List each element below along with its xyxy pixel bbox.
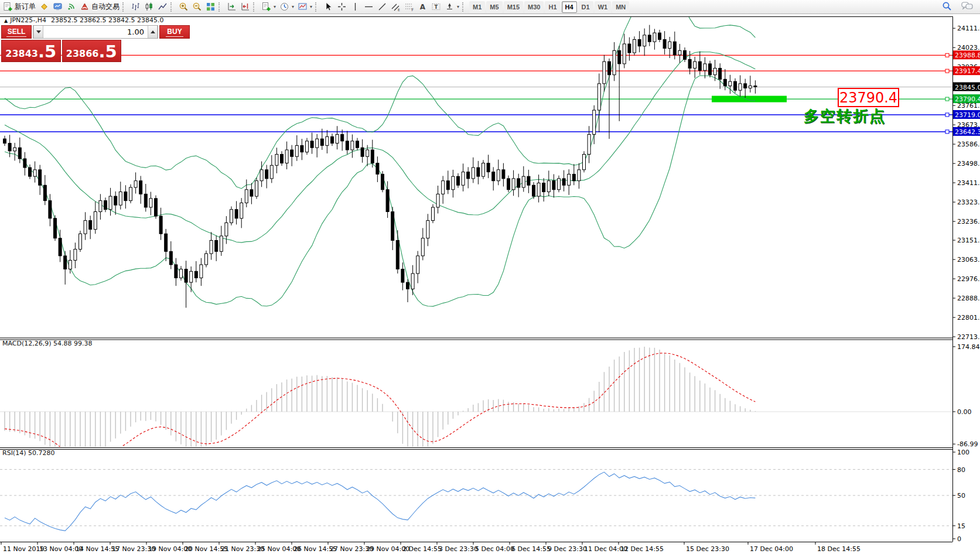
toolbar-button-signals[interactable]: [64, 1, 78, 13]
timeframe-D1[interactable]: D1: [578, 1, 593, 13]
toolbar-button-auto-scroll[interactable]: [225, 1, 238, 13]
search-icon: [942, 1, 952, 11]
toolbar-button-metaeditor[interactable]: [37, 1, 51, 13]
rsi-tick-label: 100: [957, 449, 969, 456]
toolbar-button-vertical-line[interactable]: [349, 1, 362, 13]
arrows-icon: [445, 2, 455, 12]
autotrading-label: 自动交易: [91, 2, 119, 12]
periods-icon: [279, 2, 289, 12]
svg-text:E: E: [398, 8, 400, 12]
symbol-name: JPN225-,H4: [10, 16, 46, 24]
price-badge-label: 23917.4: [955, 67, 980, 75]
time-tick-label: 11 Nov 2019: [3, 545, 44, 553]
hline-handle[interactable]: [945, 113, 949, 117]
chart-area[interactable]: 24111.024023.523936.023761.023673.523586…: [0, 0, 980, 554]
chat-icon: [961, 1, 973, 11]
buy-price[interactable]: 23866.5: [62, 40, 122, 62]
timeframe-MN[interactable]: MN: [612, 1, 629, 13]
toolbar-button-chart-shift[interactable]: [238, 1, 252, 13]
timeframe-H4[interactable]: H4: [562, 1, 577, 13]
price-tick-label: 23063.5: [957, 256, 980, 264]
dropdown-caret-icon: ▾: [274, 4, 276, 9]
toolbar-button-new-order[interactable]: 新订单: [1, 1, 37, 13]
price-tick-label: 23236.0: [957, 218, 980, 225]
text-icon: A: [418, 2, 428, 12]
toolbar-separator: [218, 2, 224, 12]
toolbar-button-equidistant-channel[interactable]: E: [389, 1, 402, 13]
timeframe-M1[interactable]: M1: [469, 1, 485, 13]
symbol-arrow-icon: ▲: [4, 18, 8, 23]
toolbar-button-horizontal-line[interactable]: [362, 1, 375, 13]
buy-button[interactable]: BUY: [159, 25, 190, 39]
highlight-bar[interactable]: [712, 96, 787, 102]
macd-label: MACD(12,26,9) 54.88 99.38: [2, 340, 93, 347]
fibonacci-icon: F: [404, 2, 414, 12]
volume-decrease-button[interactable]: [33, 26, 43, 38]
price-tick-label: 24023.5: [957, 44, 980, 52]
toolbar-button-indicators[interactable]: ▾: [259, 1, 278, 13]
auto-scroll-icon: [227, 2, 237, 12]
svg-text:A: A: [420, 3, 426, 11]
zoom-out-icon: [192, 2, 202, 12]
toolbar-separator: [122, 2, 128, 12]
time-tick-label: 12 Dec 14:55: [620, 545, 664, 553]
dropdown-caret-icon: ▾: [310, 4, 312, 9]
toolbar-button-crosshair[interactable]: [335, 1, 349, 13]
cursor-icon: [323, 2, 333, 12]
candlestick-chart-icon: [144, 2, 154, 12]
hline-handle[interactable]: [945, 130, 949, 134]
chart-shift-icon: [240, 2, 250, 12]
price-tick-label: 22713.5: [957, 333, 980, 341]
toolbar-button-tile-windows[interactable]: [204, 1, 217, 13]
rsi-axis: 1008050150: [952, 449, 969, 543]
toolbar-button-arrows[interactable]: ▾: [443, 1, 461, 13]
dropdown-caret-icon: ▾: [292, 4, 294, 9]
time-axis[interactable]: 11 Nov 201913 Nov 04:0014 Nov 14:5517 No…: [1, 542, 861, 553]
toolbar-button-trendline[interactable]: [375, 1, 389, 13]
search-button[interactable]: [942, 1, 952, 13]
toolbar-button-fibonacci[interactable]: F: [402, 1, 416, 13]
rsi-tick-label: 0: [957, 535, 961, 543]
toolbar-button-zoom-out[interactable]: [190, 1, 204, 13]
toolbar-button-templates[interactable]: ▾: [296, 1, 314, 13]
horizontal-line-icon: [364, 2, 374, 12]
hline-handle[interactable]: [945, 53, 949, 57]
price-tick-label: 23323.5: [957, 199, 980, 206]
volume-increase-button[interactable]: [148, 26, 158, 38]
toolbar-button-terminal[interactable]: [51, 1, 64, 13]
metaeditor-icon: [39, 2, 49, 12]
sell-button[interactable]: SELL: [1, 25, 32, 39]
toolbar-separator: [253, 2, 258, 12]
toolbar-separator: [170, 2, 176, 12]
equidistant-channel-icon: E: [391, 2, 401, 12]
price-tick-label: 22976.0: [957, 275, 980, 283]
terminal-icon: [53, 2, 63, 12]
toolbar-button-autotrading[interactable]: 自动交易: [78, 1, 121, 13]
toolbar-button-text[interactable]: A: [416, 1, 429, 13]
price-axis[interactable]: 24111.024023.523936.023761.023673.523586…: [952, 25, 980, 341]
chat-button[interactable]: [961, 1, 973, 13]
sell-price[interactable]: 23843.5: [1, 40, 61, 62]
triangle-down-icon: [36, 30, 41, 33]
timeframe-M5[interactable]: M5: [486, 1, 502, 13]
timeframe-H1[interactable]: H1: [545, 1, 560, 13]
toolbar-button-text-label[interactable]: T: [429, 1, 443, 13]
bar-chart-icon: [131, 2, 141, 12]
hline-handle[interactable]: [945, 69, 949, 73]
timeframe-W1[interactable]: W1: [595, 1, 612, 13]
line-chart-icon: [158, 2, 168, 12]
toolbar-button-zoom-in[interactable]: [177, 1, 190, 13]
volume-input[interactable]: [43, 26, 148, 38]
price-callout-box[interactable]: 23790.4: [838, 88, 899, 107]
toolbar-button-line-chart[interactable]: [156, 1, 169, 13]
hline-handle[interactable]: [945, 97, 949, 101]
timeframe-toolbar: M1M5M15M30H1H4D1W1MN: [469, 0, 630, 14]
crosshair-icon: [337, 2, 347, 12]
toolbar-button-cursor[interactable]: [322, 1, 335, 13]
toolbar-button-candlestick-chart[interactable]: [142, 1, 156, 13]
toolbar-button-bar-chart[interactable]: [129, 1, 142, 13]
timeframe-M15[interactable]: M15: [504, 1, 523, 13]
time-tick-label: 15 Dec 23:30: [686, 545, 729, 553]
timeframe-M30[interactable]: M30: [524, 1, 544, 13]
toolbar-button-periods[interactable]: ▾: [278, 1, 296, 13]
